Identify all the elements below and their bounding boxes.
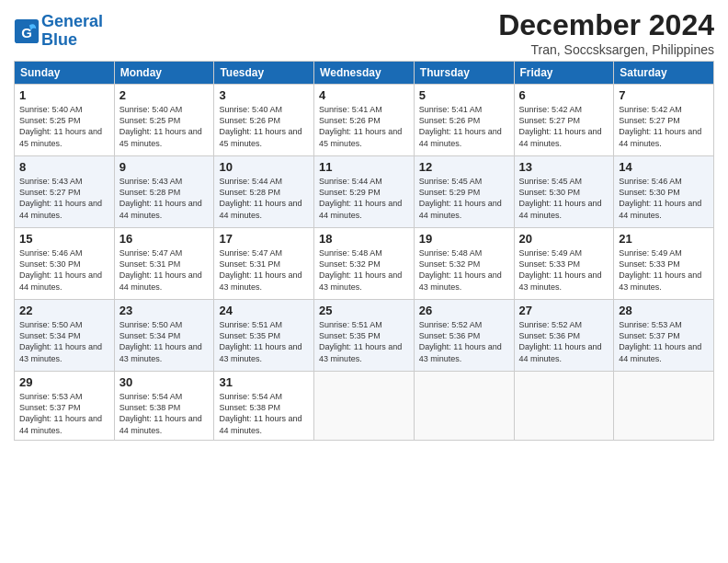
cell-1-3: 11 Sunrise: 5:44 AMSunset: 5:29 PMDaylig… xyxy=(314,156,415,228)
day-number: 21 xyxy=(619,232,709,246)
cell-3-4: 26 Sunrise: 5:52 AMSunset: 5:36 PMDaylig… xyxy=(414,300,514,372)
cell-info: Sunrise: 5:46 AMSunset: 5:30 PMDaylight:… xyxy=(19,248,102,291)
day-number: 26 xyxy=(419,304,509,317)
cell-info: Sunrise: 5:43 AMSunset: 5:27 PMDaylight:… xyxy=(19,177,102,219)
cell-2-3: 18 Sunrise: 5:48 AMSunset: 5:32 PMDaylig… xyxy=(314,228,415,300)
cell-info: Sunrise: 5:54 AMSunset: 5:38 PMDaylight:… xyxy=(119,392,202,434)
cell-info: Sunrise: 5:44 AMSunset: 5:28 PMDaylight:… xyxy=(219,177,301,219)
cell-info: Sunrise: 5:52 AMSunset: 5:36 PMDaylight:… xyxy=(519,320,602,362)
cell-1-1: 9 Sunrise: 5:43 AMSunset: 5:28 PMDayligh… xyxy=(114,156,214,228)
day-number: 10 xyxy=(219,160,309,174)
day-number: 12 xyxy=(419,160,509,174)
cell-0-1: 2 Sunrise: 5:40 AMSunset: 5:25 PMDayligh… xyxy=(114,85,214,156)
day-number: 29 xyxy=(19,375,109,389)
week-row-2: 8 Sunrise: 5:43 AMSunset: 5:27 PMDayligh… xyxy=(15,156,714,228)
cell-info: Sunrise: 5:50 AMSunset: 5:34 PMDaylight:… xyxy=(19,320,102,362)
col-wednesday: Wednesday xyxy=(314,62,415,85)
cell-info: Sunrise: 5:42 AMSunset: 5:27 PMDaylight:… xyxy=(519,105,602,147)
logo-icon: G xyxy=(14,18,40,44)
cell-2-0: 15 Sunrise: 5:46 AMSunset: 5:30 PMDaylig… xyxy=(15,228,115,300)
cell-0-3: 4 Sunrise: 5:41 AMSunset: 5:26 PMDayligh… xyxy=(314,85,415,156)
cell-info: Sunrise: 5:41 AMSunset: 5:26 PMDaylight:… xyxy=(319,105,402,147)
cell-4-2: 31 Sunrise: 5:54 AMSunset: 5:38 PMDaylig… xyxy=(214,372,314,441)
cell-0-6: 7 Sunrise: 5:42 AMSunset: 5:27 PMDayligh… xyxy=(614,85,714,156)
day-number: 23 xyxy=(119,304,210,317)
day-number: 25 xyxy=(319,304,409,317)
cell-info: Sunrise: 5:48 AMSunset: 5:32 PMDaylight:… xyxy=(419,248,502,291)
cell-info: Sunrise: 5:46 AMSunset: 5:30 PMDaylight:… xyxy=(619,177,701,219)
cell-3-5: 27 Sunrise: 5:52 AMSunset: 5:36 PMDaylig… xyxy=(514,300,614,372)
day-number: 2 xyxy=(119,88,210,102)
column-headers: Sunday Monday Tuesday Wednesday Thursday… xyxy=(15,62,714,85)
cell-info: Sunrise: 5:52 AMSunset: 5:36 PMDaylight:… xyxy=(419,320,502,362)
week-row-3: 15 Sunrise: 5:46 AMSunset: 5:30 PMDaylig… xyxy=(15,228,714,300)
cell-0-4: 5 Sunrise: 5:41 AMSunset: 5:26 PMDayligh… xyxy=(414,85,514,156)
cell-info: Sunrise: 5:45 AMSunset: 5:30 PMDaylight:… xyxy=(519,177,602,219)
day-number: 11 xyxy=(319,160,409,174)
cell-0-5: 6 Sunrise: 5:42 AMSunset: 5:27 PMDayligh… xyxy=(514,85,614,156)
week-row-1: 1 Sunrise: 5:40 AMSunset: 5:25 PMDayligh… xyxy=(15,85,714,156)
calendar-table: Sunday Monday Tuesday Wednesday Thursday… xyxy=(14,61,714,441)
col-monday: Monday xyxy=(114,62,214,85)
cell-2-5: 20 Sunrise: 5:49 AMSunset: 5:33 PMDaylig… xyxy=(514,228,614,300)
cell-info: Sunrise: 5:53 AMSunset: 5:37 PMDaylight:… xyxy=(19,392,102,434)
cell-2-6: 21 Sunrise: 5:49 AMSunset: 5:33 PMDaylig… xyxy=(614,228,714,300)
cell-info: Sunrise: 5:40 AMSunset: 5:25 PMDaylight:… xyxy=(19,105,102,147)
title-block: December 2024 Tran, Soccsksargen, Philip… xyxy=(498,9,714,57)
cell-info: Sunrise: 5:45 AMSunset: 5:29 PMDaylight:… xyxy=(419,177,502,219)
cell-info: Sunrise: 5:49 AMSunset: 5:33 PMDaylight:… xyxy=(619,248,701,291)
cell-4-3 xyxy=(314,372,415,441)
day-number: 8 xyxy=(19,160,109,174)
cell-info: Sunrise: 5:51 AMSunset: 5:35 PMDaylight:… xyxy=(219,320,301,362)
cell-info: Sunrise: 5:54 AMSunset: 5:38 PMDaylight:… xyxy=(219,392,301,434)
day-number: 6 xyxy=(519,88,609,102)
cell-3-6: 28 Sunrise: 5:53 AMSunset: 5:37 PMDaylig… xyxy=(614,300,714,372)
cell-4-0: 29 Sunrise: 5:53 AMSunset: 5:37 PMDaylig… xyxy=(15,372,115,441)
cell-3-3: 25 Sunrise: 5:51 AMSunset: 5:35 PMDaylig… xyxy=(314,300,415,372)
col-thursday: Thursday xyxy=(414,62,514,85)
cell-2-2: 17 Sunrise: 5:47 AMSunset: 5:31 PMDaylig… xyxy=(214,228,314,300)
cell-2-1: 16 Sunrise: 5:47 AMSunset: 5:31 PMDaylig… xyxy=(114,228,214,300)
day-number: 18 xyxy=(319,232,409,246)
cell-info: Sunrise: 5:51 AMSunset: 5:35 PMDaylight:… xyxy=(319,320,402,362)
week-row-5: 29 Sunrise: 5:53 AMSunset: 5:37 PMDaylig… xyxy=(15,372,714,441)
col-tuesday: Tuesday xyxy=(214,62,314,85)
cell-0-0: 1 Sunrise: 5:40 AMSunset: 5:25 PMDayligh… xyxy=(15,85,115,156)
day-number: 30 xyxy=(119,375,210,389)
day-number: 1 xyxy=(19,88,109,102)
col-sunday: Sunday xyxy=(15,62,115,85)
day-number: 3 xyxy=(219,88,309,102)
day-number: 16 xyxy=(119,232,210,246)
day-number: 7 xyxy=(619,88,709,102)
cell-1-5: 13 Sunrise: 5:45 AMSunset: 5:30 PMDaylig… xyxy=(514,156,614,228)
cell-2-4: 19 Sunrise: 5:48 AMSunset: 5:32 PMDaylig… xyxy=(414,228,514,300)
logo: G General Blue xyxy=(14,13,103,50)
week-row-4: 22 Sunrise: 5:50 AMSunset: 5:34 PMDaylig… xyxy=(15,300,714,372)
cell-4-5 xyxy=(514,372,614,441)
col-saturday: Saturday xyxy=(614,62,714,85)
day-number: 15 xyxy=(19,232,109,246)
cell-info: Sunrise: 5:47 AMSunset: 5:31 PMDaylight:… xyxy=(219,248,301,291)
col-friday: Friday xyxy=(514,62,614,85)
cell-3-2: 24 Sunrise: 5:51 AMSunset: 5:35 PMDaylig… xyxy=(214,300,314,372)
cell-info: Sunrise: 5:42 AMSunset: 5:27 PMDaylight:… xyxy=(619,105,701,147)
cell-info: Sunrise: 5:53 AMSunset: 5:37 PMDaylight:… xyxy=(619,320,701,362)
location: Tran, Soccsksargen, Philippines xyxy=(498,42,714,57)
day-number: 31 xyxy=(219,375,309,389)
header: G General Blue December 2024 Tran, Soccs… xyxy=(14,9,714,57)
cell-4-1: 30 Sunrise: 5:54 AMSunset: 5:38 PMDaylig… xyxy=(114,372,214,441)
logo-general: General xyxy=(41,12,103,30)
day-number: 17 xyxy=(219,232,309,246)
cell-info: Sunrise: 5:49 AMSunset: 5:33 PMDaylight:… xyxy=(519,248,602,291)
cell-info: Sunrise: 5:44 AMSunset: 5:29 PMDaylight:… xyxy=(319,177,402,219)
cell-4-4 xyxy=(414,372,514,441)
page-container: G General Blue December 2024 Tran, Soccs… xyxy=(0,0,728,450)
day-number: 27 xyxy=(519,304,609,317)
cell-0-2: 3 Sunrise: 5:40 AMSunset: 5:26 PMDayligh… xyxy=(214,85,314,156)
cell-1-6: 14 Sunrise: 5:46 AMSunset: 5:30 PMDaylig… xyxy=(614,156,714,228)
day-number: 28 xyxy=(619,304,709,317)
day-number: 4 xyxy=(319,88,409,102)
cell-3-1: 23 Sunrise: 5:50 AMSunset: 5:34 PMDaylig… xyxy=(114,300,214,372)
cell-1-4: 12 Sunrise: 5:45 AMSunset: 5:29 PMDaylig… xyxy=(414,156,514,228)
cell-info: Sunrise: 5:48 AMSunset: 5:32 PMDaylight:… xyxy=(319,248,402,291)
